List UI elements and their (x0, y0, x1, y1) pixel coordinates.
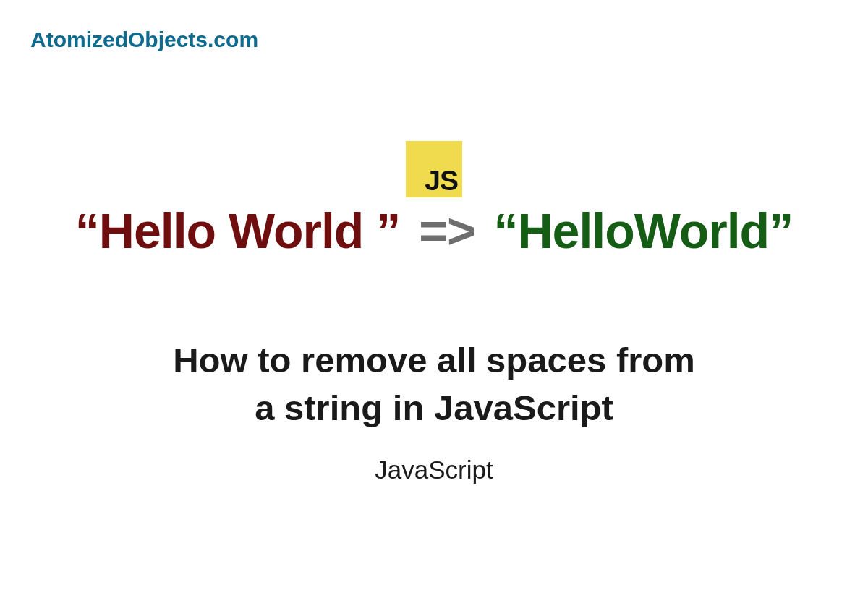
js-logo-label: JS (425, 165, 458, 197)
title-line-1: How to remove all spaces from (173, 341, 695, 380)
arrow-icon: => (419, 203, 475, 258)
category-label: JavaScript (0, 456, 868, 484)
page-title: How to remove all spaces from a string i… (0, 336, 868, 432)
code-after: “HelloWorld” (494, 203, 793, 258)
title-line-2: a string in JavaScript (255, 388, 613, 427)
code-transformation: “Hello World ” => “HelloWorld” (0, 202, 868, 259)
site-name: AtomizedObjects.com (30, 27, 258, 52)
code-before: “Hello World ” (75, 203, 400, 258)
js-logo-icon: JS (406, 141, 462, 197)
